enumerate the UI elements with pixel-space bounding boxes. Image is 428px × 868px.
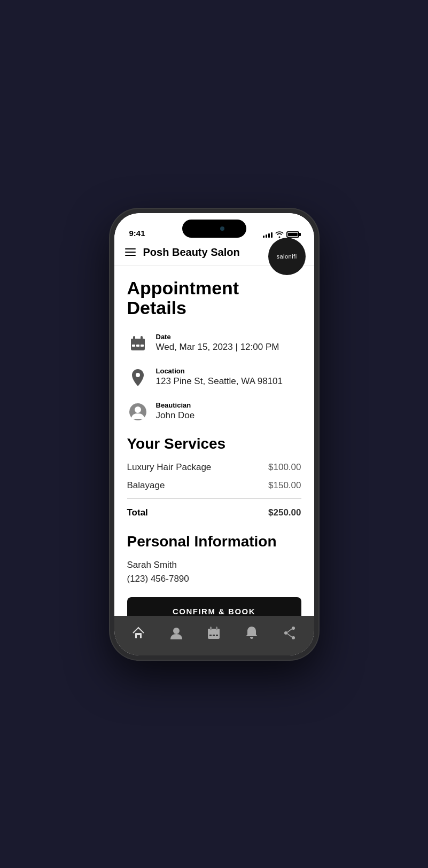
total-row: Total $250.00 [127,507,301,518]
beautician-label: Beautician [156,401,195,409]
location-content: Location 123 Pine St, Seattle, WA 98101 [156,367,283,387]
signal-icon [263,231,273,238]
svg-rect-11 [137,635,140,638]
profile-nav-icon [170,626,183,640]
svg-point-9 [135,406,141,413]
nav-calendar-button[interactable] [200,622,227,644]
svg-rect-5 [136,345,139,347]
person-icon [127,401,149,423]
date-label: Date [156,333,279,341]
app-header: Posh Beauty Salon salonifi [114,242,314,265]
beautician-value: John Doe [156,410,195,421]
share-icon [283,626,297,640]
svg-rect-17 [209,635,212,636]
bell-icon [245,626,258,640]
calendar-nav-icon [207,626,221,640]
svg-rect-14 [208,629,220,632]
location-icon [127,367,149,388]
svg-point-7 [136,373,140,377]
svg-point-20 [292,627,295,630]
svg-rect-15 [210,627,212,630]
personal-phone: (123) 456-7890 [127,574,301,584]
island-camera-dot [220,226,224,231]
scroll-content: Appointment Details Date [114,265,314,616]
phone-frame: 9:41 [110,209,318,660]
nav-notifications-button[interactable] [239,622,264,644]
status-icons [263,231,299,238]
total-label: Total [127,507,148,518]
date-row: Date Wed, Mar 15, 2023 | 12:00 PM [127,333,301,354]
hamburger-line [125,255,136,256]
total-price: $250.00 [268,507,301,518]
beautician-content: Beautician John Doe [156,401,195,421]
date-content: Date Wed, Mar 15, 2023 | 12:00 PM [156,333,279,353]
location-value: 123 Pine St, Seattle, WA 98101 [156,376,283,387]
nav-profile-button[interactable] [164,622,189,644]
svg-line-23 [287,629,292,632]
phone-screen: 9:41 [114,213,314,655]
services-divider [127,498,301,499]
confirm-book-button[interactable]: CONFIRM & BOOK [127,597,301,615]
hamburger-line [125,252,136,253]
location-label: Location [156,367,283,375]
calendar-icon [127,333,149,354]
svg-point-22 [284,631,287,635]
nav-share-button[interactable] [276,622,303,644]
hamburger-menu-button[interactable] [125,248,136,256]
svg-rect-16 [216,627,217,630]
service-price-0: $100.00 [268,462,301,473]
date-value: Wed, Mar 15, 2023 | 12:00 PM [156,342,279,353]
salonifi-logo[interactable]: salonifi [268,238,306,275]
hamburger-line [125,248,136,249]
service-name-0: Luxury Hair Package [127,462,212,473]
location-row: Location 123 Pine St, Seattle, WA 98101 [127,367,301,388]
dynamic-island [182,220,246,238]
svg-point-21 [292,636,295,639]
home-icon [131,626,145,640]
personal-section-title: Personal Information [127,533,301,550]
nav-home-button[interactable] [125,622,152,644]
beautician-row: Beautician John Doe [127,401,301,423]
svg-rect-3 [141,336,143,340]
page-title: Appointment Details [127,278,301,318]
service-row: Balayage $150.00 [127,480,301,491]
svg-rect-1 [131,339,145,343]
svg-rect-2 [133,336,135,340]
bottom-navigation [114,616,314,655]
svg-rect-6 [141,345,144,347]
service-row: Luxury Hair Package $100.00 [127,462,301,473]
battery-icon [286,231,299,238]
svg-point-12 [173,628,180,634]
services-section-title: Your Services [127,435,301,452]
personal-name: Sarah Smith [127,560,301,570]
svg-rect-19 [216,635,218,636]
service-price-1: $150.00 [268,480,301,491]
svg-line-24 [287,634,292,637]
status-time: 9:41 [129,229,145,238]
service-name-1: Balayage [127,480,165,491]
wifi-icon [275,231,284,238]
svg-rect-4 [132,345,135,347]
svg-rect-18 [213,635,215,636]
